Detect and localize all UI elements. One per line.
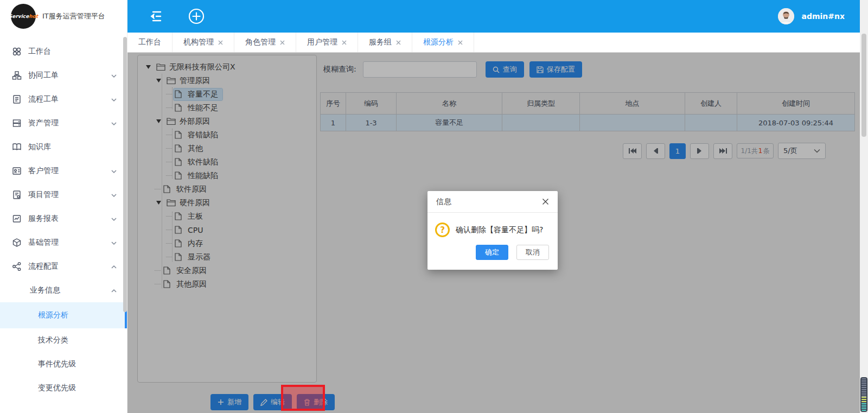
dialog-title: 信息 xyxy=(436,197,451,207)
sidebar-item-collab-orders[interactable]: 协同工单 xyxy=(0,63,127,87)
sidebar-item-label: 根源分析 xyxy=(38,310,115,320)
minimap-yellow-stripes xyxy=(861,397,866,403)
sidebar-item-knowledge-base[interactable]: 知识库 xyxy=(0,135,127,159)
sidebar-item-label: 基础管理 xyxy=(28,238,111,247)
org-chart-icon xyxy=(12,71,22,80)
sidebar-item-label: 资产管理 xyxy=(28,118,111,128)
dialog-footer: 确定 取消 xyxy=(427,237,558,260)
tab-label: 服务组 xyxy=(369,37,392,47)
dialog-header: 信息 xyxy=(427,191,558,213)
question-icon xyxy=(435,223,450,237)
asset-icon xyxy=(12,118,22,128)
sidebar-item-workbench[interactable]: 工作台 xyxy=(0,40,127,63)
tab-user-mgmt[interactable]: 用户管理 xyxy=(296,33,358,52)
close-icon[interactable] xyxy=(342,40,347,45)
page: Servicehot IT服务运营管理平台 工作台 协同工单 流程工单 资产管理 xyxy=(0,0,868,413)
tab-label: 根源分析 xyxy=(423,37,454,47)
page-scrollbar[interactable] xyxy=(860,0,868,413)
chevron-down-icon xyxy=(111,215,117,222)
chevron-up-icon xyxy=(111,263,117,270)
tab-label: 用户管理 xyxy=(307,37,337,47)
sidebar-scrollbar-thumb[interactable] xyxy=(123,37,127,312)
sidebar: Servicehot IT服务运营管理平台 工作台 协同工单 流程工单 资产管理 xyxy=(0,0,127,413)
sidebar-item-root-cause-analysis[interactable]: 根源分析 xyxy=(0,302,127,328)
sidebar-item-business-info[interactable]: 业务信息 xyxy=(0,278,127,302)
sidebar-item-project-mgmt[interactable]: 项目管理 xyxy=(0,183,127,207)
logo-text-hot: hot xyxy=(29,14,38,19)
add-circle-icon[interactable] xyxy=(188,8,205,24)
tab-label: 机构管理 xyxy=(183,37,214,47)
logo-text-service: Service xyxy=(9,14,29,19)
tab-role-mgmt[interactable]: 角色管理 xyxy=(234,33,296,52)
sidebar-item-label: 项目管理 xyxy=(28,190,111,200)
sidebar-item-label: 技术分类 xyxy=(38,335,117,345)
logo-row: Servicehot IT服务运营管理平台 xyxy=(0,0,127,33)
sidebar-item-basic-mgmt[interactable]: 基础管理 xyxy=(0,231,127,255)
tab-service-group[interactable]: 服务组 xyxy=(358,33,412,52)
close-icon[interactable] xyxy=(280,40,285,45)
minimap-teal-stripes xyxy=(861,403,866,412)
chevron-down-icon xyxy=(111,120,117,126)
username: admin#nx xyxy=(801,12,845,21)
sidebar-item-label: 业务信息 xyxy=(30,285,111,295)
sidebar-item-label: 客户管理 xyxy=(28,166,111,176)
sidebar-item-label: 服务报表 xyxy=(28,214,111,224)
close-icon[interactable] xyxy=(542,198,549,205)
chevron-down-icon xyxy=(111,72,117,79)
tab-workbench[interactable]: 工作台 xyxy=(127,33,173,52)
sidebar-item-incident-priority[interactable]: 事件优先级 xyxy=(0,352,127,376)
sidebar-item-label: 协同工单 xyxy=(28,71,111,80)
tab-label: 工作台 xyxy=(138,37,161,47)
close-icon[interactable] xyxy=(458,40,463,45)
dialog-body: 确认删除【容量不足】吗? xyxy=(427,213,558,237)
sidebar-item-customer-mgmt[interactable]: 客户管理 xyxy=(0,159,127,183)
tab-label: 角色管理 xyxy=(245,37,276,47)
sidebar-item-label: 工作台 xyxy=(28,47,117,56)
cube-icon xyxy=(12,238,22,247)
chevron-down-icon xyxy=(111,96,117,103)
sidebar-item-asset-mgmt[interactable]: 资产管理 xyxy=(0,111,127,135)
sidebar-item-service-reports[interactable]: 服务报表 xyxy=(0,207,127,231)
tab-root-cause-analysis[interactable]: 根源分析 xyxy=(412,33,474,52)
document-icon xyxy=(12,94,22,104)
product-title: IT服务运营管理平台 xyxy=(42,11,105,21)
dialog-message: 确认删除【容量不足】吗? xyxy=(456,225,543,235)
annotation-highlight-box xyxy=(281,385,325,411)
tabbar: 工作台 机构管理 角色管理 用户管理 服务组 根源分析 xyxy=(127,33,860,53)
sidebar-item-label: 知识库 xyxy=(28,142,117,152)
tab-org-mgmt[interactable]: 机构管理 xyxy=(173,33,234,52)
sidebar-item-process-orders[interactable]: 流程工单 xyxy=(0,87,127,111)
chevron-up-icon xyxy=(111,287,117,294)
confirm-button[interactable]: 确定 xyxy=(476,245,508,260)
minimap-gray-stripes xyxy=(861,378,866,397)
project-doc-icon xyxy=(12,190,22,200)
share-nodes-icon xyxy=(12,262,22,271)
sidebar-nav: 工作台 协同工单 流程工单 资产管理 知识库 xyxy=(0,33,127,400)
servicehot-logo: Servicehot xyxy=(11,4,36,29)
minimap-widget xyxy=(860,377,867,412)
chevron-down-icon xyxy=(111,168,117,174)
sidebar-item-label: 变更优先级 xyxy=(38,383,117,393)
chevron-down-icon xyxy=(111,239,117,246)
book-icon xyxy=(12,142,22,152)
sidebar-item-process-config[interactable]: 流程配置 xyxy=(0,255,127,278)
chevron-down-icon xyxy=(111,192,117,198)
close-icon[interactable] xyxy=(396,40,401,45)
grid-icon xyxy=(12,47,22,56)
sidebar-item-tech-category[interactable]: 技术分类 xyxy=(0,328,127,352)
confirm-dialog: 信息 确认删除【容量不足】吗? 确定 取消 xyxy=(427,191,558,270)
sidebar-item-label: 流程工单 xyxy=(28,94,111,104)
report-chart-icon xyxy=(12,214,22,224)
sidebar-item-label: 事件优先级 xyxy=(38,359,117,369)
sidebar-item-change-priority[interactable]: 变更优先级 xyxy=(0,376,127,400)
avatar xyxy=(778,8,794,24)
cancel-button[interactable]: 取消 xyxy=(516,245,549,260)
topbar: admin#nx xyxy=(127,0,860,33)
close-icon[interactable] xyxy=(218,40,223,45)
collapse-menu-icon[interactable] xyxy=(149,10,164,22)
page-scrollbar-thumb[interactable] xyxy=(861,34,866,137)
customer-card-icon xyxy=(12,166,22,176)
user-menu[interactable]: admin#nx xyxy=(778,8,845,24)
sidebar-item-label: 流程配置 xyxy=(28,262,111,271)
